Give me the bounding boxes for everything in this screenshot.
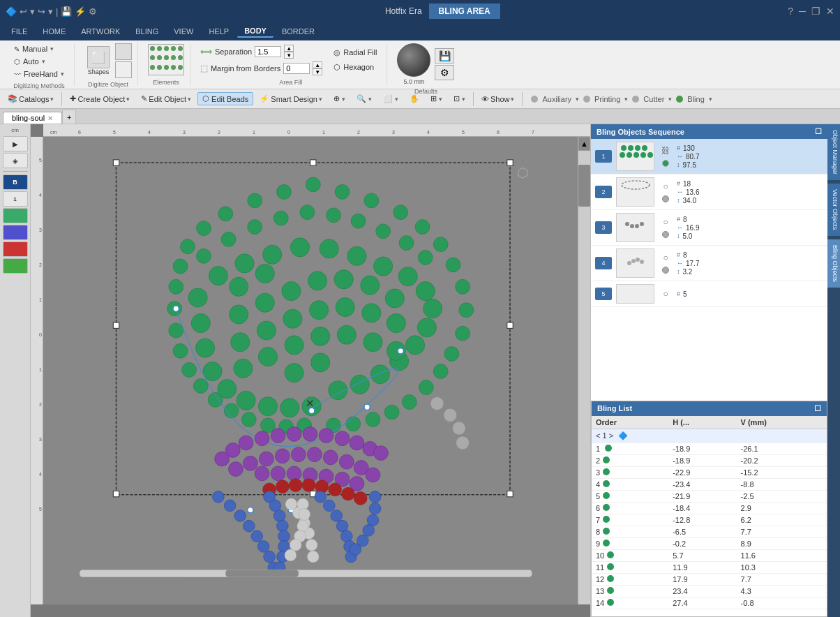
tool-b2[interactable]: 1 — [3, 191, 28, 207]
bling-objects-tab[interactable]: Bling Objects — [827, 239, 840, 288]
list-item[interactable]: 12 17.9 7.7 — [592, 574, 827, 586]
svg-point-53 — [351, 214, 366, 228]
svg-point-167 — [278, 530, 290, 542]
vscroll[interactable]: ▲ — [578, 137, 590, 604]
minimize-btn[interactable]: ─ — [799, 6, 806, 17]
svg-text:⬡: ⬡ — [517, 165, 529, 180]
undo-btn[interactable]: ↩ — [20, 6, 27, 17]
bling-list-close[interactable]: ☐ — [814, 404, 821, 413]
bling-objects-close[interactable]: ☐ — [815, 127, 822, 136]
svg-point-96 — [362, 304, 381, 322]
list-item[interactable]: 7 -12.8 6.2 — [592, 514, 827, 526]
grid-btn[interactable]: ⊞ ▾ — [426, 92, 447, 105]
restore-btn[interactable]: ❐ — [811, 6, 820, 17]
list-item[interactable]: 8 -6.5 7.7 — [592, 526, 827, 538]
menu-border[interactable]: BORDER — [275, 26, 322, 37]
canvas-area[interactable]: cm 6 5 4 3 2 1 0 1 2 3 4 5 6 7 5 4 3 — [31, 124, 590, 617]
bling-obj-3[interactable]: 3 ○ — [591, 210, 827, 246]
margin-down[interactable]: ▼ — [313, 68, 322, 75]
obj-thumb-4 — [616, 248, 654, 278]
list-item[interactable]: 3 -22.9 -15.2 — [592, 467, 827, 479]
show-btn[interactable]: 👁 Show ▾ — [477, 93, 520, 105]
select-btn[interactable]: ⊕ ▾ — [329, 92, 350, 105]
close-btn[interactable]: ✕ — [826, 6, 834, 17]
list-item[interactable]: 9 -0.2 8.9 — [592, 538, 827, 550]
bling-obj-4[interactable]: 4 ○ — [591, 246, 827, 281]
tab-bling-soul[interactable]: bling-soul ✕ — [3, 112, 62, 124]
list-item[interactable]: 2 -18.9 -20.2 — [592, 455, 827, 467]
catalogs-btn[interactable]: 📚 Catalogs ▾ — [3, 92, 59, 105]
margin-up[interactable]: ▲ — [313, 61, 322, 68]
list-item[interactable]: 6 -18.4 2.9 — [592, 503, 827, 514]
list-item[interactable]: 13 23.4 4.3 — [592, 586, 827, 597]
radial-fill-btn[interactable]: ◎ Radial Fill — [329, 47, 381, 59]
bling-dropdown[interactable]: ▾ — [709, 96, 712, 103]
menu-help[interactable]: HELP — [202, 26, 236, 37]
bling-list-table[interactable]: Order H (... V (mm) < 1 > 🔷 — [592, 416, 827, 616]
printing-dropdown[interactable]: ▾ — [624, 96, 628, 103]
separation-down[interactable]: ▼ — [284, 52, 294, 59]
menu-artwork[interactable]: ARTWORK — [74, 26, 127, 37]
margin-input[interactable] — [283, 63, 310, 74]
quick-icon1[interactable]: ⚡ — [75, 6, 86, 17]
color-4[interactable] — [3, 258, 28, 274]
edit-beads-btn[interactable]: ⬡ Edit Beads — [197, 92, 253, 105]
ribbon-defaults: 5.0 mm 💾 ⚙ Defaults — [391, 43, 460, 86]
menu-view[interactable]: VIEW — [167, 26, 200, 37]
redo-btn[interactable]: ↪ — [38, 6, 45, 17]
svg-point-18 — [218, 207, 233, 221]
tab-add-btn[interactable]: + — [62, 110, 76, 124]
vscroll-thumb[interactable] — [578, 165, 590, 207]
separation-input[interactable] — [255, 46, 281, 57]
manual-btn[interactable]: ✎ Manual ▾ — [10, 43, 68, 54]
vector-objects-tab[interactable]: Vector Objects — [827, 184, 840, 237]
svg-point-195 — [285, 549, 297, 561]
cutter-dropdown[interactable]: ▾ — [668, 96, 672, 103]
save-btn[interactable]: 💾 — [61, 6, 72, 17]
quick-icon2[interactable]: ⚙ — [89, 6, 97, 17]
tool-select[interactable]: ▶ — [3, 136, 28, 151]
obj-stats-1: # 130 ↔ 80.7 ↕ 97.5 — [677, 144, 699, 169]
menu-home[interactable]: HOME — [36, 26, 73, 37]
create-object-btn[interactable]: ✚ Create Object ▾ — [65, 92, 135, 105]
bling-obj-5[interactable]: 5 ○ # 5 — [591, 281, 827, 307]
menu-body[interactable]: BODY — [237, 25, 273, 38]
tool-node[interactable]: ◈ — [3, 153, 28, 168]
smart-design-btn[interactable]: ⚡ Smart Design ▾ — [255, 92, 327, 105]
menu-file[interactable]: FILE — [4, 26, 34, 37]
color-2[interactable] — [3, 225, 28, 240]
color-1[interactable] — [3, 208, 28, 223]
vscroll-up[interactable]: ▲ — [578, 137, 590, 151]
list-item[interactable]: 14 27.4 -0.8 — [592, 597, 827, 609]
freehand-btn[interactable]: 〰 FreeHand ▾ — [10, 68, 68, 80]
list-item[interactable]: 4 -23.4 -8.8 — [592, 479, 827, 491]
bling-obj-2[interactable]: 2 ○ # 18 — [591, 174, 827, 210]
menu-bling[interactable]: BLING — [128, 26, 165, 37]
separation-up[interactable]: ▲ — [284, 45, 294, 52]
object-manager-tab[interactable]: Object Manager — [827, 124, 840, 181]
shapes-btn[interactable]: ⬜ Shapes — [84, 45, 112, 77]
list-item[interactable]: 10 5.7 11.6 — [592, 550, 827, 562]
list-item[interactable]: 5 -21.9 -2.5 — [592, 491, 827, 503]
tool-b1[interactable]: B — [3, 174, 28, 190]
more-btn[interactable]: ⊡ ▾ — [449, 92, 470, 105]
list-item[interactable]: 11 11.9 10.3 — [592, 562, 827, 574]
help-btn[interactable]: ? — [788, 6, 793, 17]
edit-object-btn[interactable]: ✎ Edit Object ▾ — [136, 92, 196, 105]
defaults-settings-btn[interactable]: ⚙ — [435, 65, 454, 80]
color-3[interactable] — [3, 241, 28, 257]
canvas[interactable]: ⬡ — [43, 137, 590, 604]
undo-dropdown[interactable]: ▾ — [30, 6, 35, 17]
transform-btn[interactable]: ⬜ ▾ — [378, 92, 403, 105]
pan-btn[interactable]: ✋ — [405, 92, 424, 105]
tab-close-btn[interactable]: ✕ — [47, 114, 53, 122]
auto-btn[interactable]: ⬡ Auto ▾ — [10, 56, 68, 67]
auxiliary-dropdown[interactable]: ▾ — [576, 96, 579, 103]
redo-dropdown[interactable]: ▾ — [48, 6, 53, 17]
defaults-save-btn[interactable]: 💾 — [435, 48, 454, 64]
magnify-btn[interactable]: 🔍 ▾ — [352, 92, 377, 105]
bling-obj-1[interactable]: 1 — [591, 139, 827, 174]
list-item[interactable]: 1 -18.9 -26.1 — [592, 443, 827, 455]
hexagon-btn[interactable]: ⬡ Hexagon — [329, 61, 381, 73]
obj-color-2 — [662, 195, 669, 202]
